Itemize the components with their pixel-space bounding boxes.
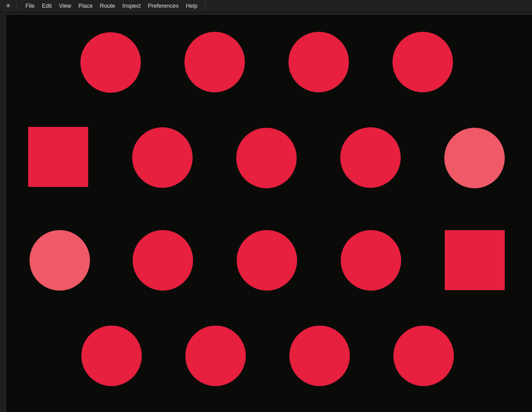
pad-circle[interactable] [289,326,350,386]
pad-circle[interactable] [81,326,142,386]
menu-item-inspect[interactable]: Inspect [119,0,144,12]
pad-circle[interactable] [132,127,193,188]
menu-item-file[interactable]: File [22,0,38,12]
menubar-separator [16,2,17,10]
pad-circle[interactable] [393,326,454,386]
pad-circle[interactable] [236,128,297,188]
pad-circle[interactable] [340,127,401,188]
pad-circle-highlighted[interactable] [444,128,505,188]
menu: FileEditViewPlaceRouteInspectPreferences… [22,0,201,12]
pad-circle[interactable] [393,32,453,92]
pad-circle[interactable] [80,32,141,93]
menu-item-place[interactable]: Place [75,0,96,12]
workspace [0,12,532,412]
pcb-canvas[interactable] [5,14,532,412]
menubar-separator [205,2,205,10]
app-icon: ✳ [4,0,13,12]
pad-square[interactable] [445,230,505,290]
menu-item-preferences[interactable]: Preferences [144,0,182,12]
menu-item-edit[interactable]: Edit [38,0,55,12]
menubar: ✳ FileEditViewPlaceRouteInspectPreferenc… [0,0,532,12]
menu-item-route[interactable]: Route [96,0,119,12]
menu-item-view[interactable]: View [55,0,75,12]
pad-circle[interactable] [288,32,349,92]
menu-item-help[interactable]: Help [182,0,201,12]
pad-circle[interactable] [237,230,297,291]
pad-square[interactable] [28,127,88,187]
pad-circle[interactable] [185,326,246,386]
pad-circle-highlighted[interactable] [30,230,90,291]
pad-circle[interactable] [341,230,401,291]
pad-circle[interactable] [184,32,245,92]
pad-circle[interactable] [133,230,193,291]
